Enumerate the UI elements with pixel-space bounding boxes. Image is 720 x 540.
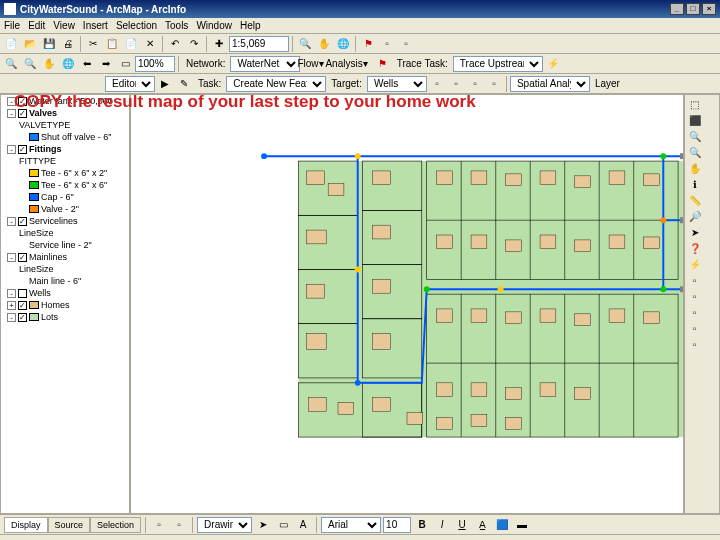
spatial-analyst-dropdown[interactable]: Spatial Analyst bbox=[510, 76, 590, 92]
toc-layer-item[interactable]: VALVETYPE bbox=[1, 119, 129, 131]
fontcolor-icon[interactable]: A̲ bbox=[473, 516, 491, 534]
attr-icon[interactable]: ▫ bbox=[485, 75, 503, 93]
toc-layer-item[interactable]: -Wells bbox=[1, 287, 129, 299]
menu-tools[interactable]: Tools bbox=[165, 20, 188, 31]
scale-input[interactable] bbox=[229, 36, 289, 52]
toc-layer-item[interactable]: LineSize bbox=[1, 263, 129, 275]
toc-layer-item[interactable]: -✓Lots bbox=[1, 311, 129, 323]
attr-icon[interactable]: ▫ bbox=[428, 75, 446, 93]
zoom-icon[interactable]: 🔍 bbox=[687, 129, 702, 144]
edit-pointer-icon[interactable]: ▶ bbox=[156, 75, 174, 93]
bold-icon[interactable]: B bbox=[413, 516, 431, 534]
next-extent-icon[interactable]: ➡ bbox=[97, 55, 115, 73]
expand-icon[interactable]: - bbox=[7, 217, 16, 226]
tool-icon[interactable]: ▫ bbox=[687, 337, 702, 352]
select-icon[interactable]: ⬛ bbox=[687, 113, 702, 128]
linecolor-icon[interactable]: ▬ bbox=[513, 516, 531, 534]
menu-insert[interactable]: Insert bbox=[83, 20, 108, 31]
menu-edit[interactable]: Edit bbox=[28, 20, 45, 31]
layer-checkbox[interactable] bbox=[18, 289, 27, 298]
sketch-icon[interactable]: ✎ bbox=[175, 75, 193, 93]
toc-layer-item[interactable]: Tee - 6" x 6" x 6" bbox=[1, 179, 129, 191]
info-icon[interactable]: ℹ bbox=[687, 177, 702, 192]
layer-checkbox[interactable]: ✓ bbox=[18, 301, 27, 310]
select-icon[interactable]: ▭ bbox=[116, 55, 134, 73]
pan-icon[interactable]: ✋ bbox=[40, 55, 58, 73]
zoom-tool-icon[interactable]: 🔍 bbox=[296, 35, 314, 53]
expand-icon[interactable]: + bbox=[7, 301, 16, 310]
data-view-icon[interactable]: ▫ bbox=[170, 516, 188, 534]
pointer-icon[interactable]: ➤ bbox=[687, 225, 702, 240]
toc-layer-item[interactable]: -✓Servicelines bbox=[1, 215, 129, 227]
pan-icon[interactable]: ✋ bbox=[687, 161, 702, 176]
layer-checkbox[interactable]: ✓ bbox=[18, 145, 27, 154]
editor-dropdown[interactable]: Editor bbox=[105, 76, 155, 92]
layer-checkbox[interactable]: ✓ bbox=[18, 313, 27, 322]
menu-window[interactable]: Window bbox=[196, 20, 232, 31]
rect-draw-icon[interactable]: ▭ bbox=[274, 516, 292, 534]
map-view[interactable] bbox=[130, 94, 684, 514]
copy-button[interactable]: 📋 bbox=[103, 35, 121, 53]
paste-button[interactable]: 📄 bbox=[122, 35, 140, 53]
underline-icon[interactable]: U bbox=[453, 516, 471, 534]
solve-icon[interactable]: ⚡ bbox=[544, 55, 562, 73]
tool-icon[interactable]: ▫ bbox=[687, 289, 702, 304]
tool-icon[interactable]: ▫ bbox=[378, 35, 396, 53]
expand-icon[interactable]: - bbox=[7, 289, 16, 298]
trace-flag-icon[interactable]: ⚑ bbox=[374, 55, 392, 73]
full-extent-icon[interactable]: 🌐 bbox=[59, 55, 77, 73]
expand-icon[interactable]: - bbox=[7, 313, 16, 322]
new-button[interactable]: 📄 bbox=[2, 35, 20, 53]
toc-layer-item[interactable]: Tee - 6" x 6" x 2" bbox=[1, 167, 129, 179]
cut-button[interactable]: ✂ bbox=[84, 35, 102, 53]
expand-icon[interactable]: - bbox=[7, 253, 16, 262]
toc-layer-item[interactable]: Cap - 6" bbox=[1, 191, 129, 203]
toc-layer-item[interactable]: FITTYPE bbox=[1, 155, 129, 167]
tool-icon[interactable]: ▫ bbox=[687, 321, 702, 336]
fillcolor-icon[interactable]: 🟦 bbox=[493, 516, 511, 534]
toc-layer-item[interactable]: Main line - 6" bbox=[1, 275, 129, 287]
minimize-button[interactable]: _ bbox=[670, 3, 684, 15]
zoom-icon[interactable]: 🔍 bbox=[687, 145, 702, 160]
trace-task-select[interactable]: Trace Upstream bbox=[453, 56, 543, 72]
add-data-button[interactable]: ✚ bbox=[210, 35, 228, 53]
network-select[interactable]: WaterNet bbox=[230, 56, 300, 72]
measure-icon[interactable]: 📏 bbox=[687, 193, 702, 208]
delete-button[interactable]: ✕ bbox=[141, 35, 159, 53]
drawing-dropdown[interactable]: Drawing bbox=[197, 517, 252, 533]
maximize-button[interactable]: □ bbox=[686, 3, 700, 15]
identify-icon[interactable]: ❓ bbox=[687, 241, 702, 256]
tool-icon[interactable]: ▫ bbox=[687, 273, 702, 288]
flow-dropdown[interactable]: Flow▾ bbox=[301, 55, 319, 73]
find-icon[interactable]: 🔎 bbox=[687, 209, 702, 224]
toc-layer-item[interactable]: Shut off valve - 6" bbox=[1, 131, 129, 143]
toc-layer-item[interactable]: -✓Fittings bbox=[1, 143, 129, 155]
pan-icon[interactable]: ✋ bbox=[315, 35, 333, 53]
open-button[interactable]: 📂 bbox=[21, 35, 39, 53]
full-extent-icon[interactable]: 🌐 bbox=[334, 35, 352, 53]
toc-layer-item[interactable]: Service line - 2" bbox=[1, 239, 129, 251]
menu-help[interactable]: Help bbox=[240, 20, 261, 31]
text-icon[interactable]: A bbox=[294, 516, 312, 534]
italic-icon[interactable]: I bbox=[433, 516, 451, 534]
toc-layer-item[interactable]: Valve - 2" bbox=[1, 203, 129, 215]
tab-display[interactable]: Display bbox=[4, 517, 48, 533]
tool-icon[interactable]: ▫ bbox=[687, 305, 702, 320]
toc-layer-item[interactable]: LineSize bbox=[1, 227, 129, 239]
layer-checkbox[interactable]: ✓ bbox=[18, 253, 27, 262]
zoom-percent[interactable] bbox=[135, 56, 175, 72]
select-icon[interactable]: ⬚ bbox=[687, 97, 702, 112]
menu-file[interactable]: File bbox=[4, 20, 20, 31]
task-select[interactable]: Create New Feature bbox=[226, 76, 326, 92]
print-button[interactable]: 🖨 bbox=[59, 35, 77, 53]
toc-layer-item[interactable]: -✓Mainlines bbox=[1, 251, 129, 263]
flag-icon[interactable]: ⚑ bbox=[359, 35, 377, 53]
tool-icon[interactable]: ▫ bbox=[397, 35, 415, 53]
target-select[interactable]: Wells bbox=[367, 76, 427, 92]
expand-icon[interactable]: - bbox=[7, 145, 16, 154]
fontsize-input[interactable] bbox=[383, 517, 411, 533]
layer-checkbox[interactable]: ✓ bbox=[18, 217, 27, 226]
save-button[interactable]: 💾 bbox=[40, 35, 58, 53]
zoom-out-icon[interactable]: 🔍 bbox=[21, 55, 39, 73]
menu-selection[interactable]: Selection bbox=[116, 20, 157, 31]
